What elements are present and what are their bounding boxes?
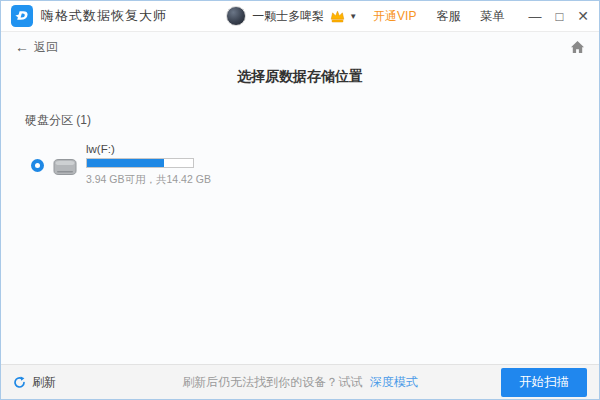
app-window: 嗨格式数据恢复大师 一颗士多啤梨 ▼ 开通VIP 客服 菜单 — □ ✕ ← 返… — [0, 0, 600, 400]
minimize-button[interactable]: — — [528, 10, 541, 23]
username[interactable]: 一颗士多啤梨 — [252, 8, 324, 25]
radio-selected-icon[interactable] — [31, 159, 44, 172]
drive-name: lw(F:) — [86, 143, 211, 155]
home-icon[interactable] — [570, 40, 585, 54]
back-label: 返回 — [34, 39, 58, 56]
back-arrow-icon: ← — [15, 39, 29, 55]
user-avatar[interactable] — [226, 6, 246, 26]
vip-button[interactable]: 开通VIP — [373, 8, 416, 25]
page-title: 选择原数据存储位置 — [1, 68, 599, 86]
drive-capacity: 3.94 GB可用，共14.42 GB — [86, 173, 211, 187]
drive-usage-bar — [86, 158, 194, 168]
close-button[interactable]: ✕ — [577, 9, 589, 23]
refresh-icon — [13, 376, 26, 389]
hard-drive-icon — [51, 156, 79, 178]
support-button[interactable]: 客服 — [436, 8, 460, 25]
drive-usage-fill — [87, 159, 164, 167]
deep-mode-link[interactable]: 深度模式 — [370, 375, 418, 389]
menu-button[interactable]: 菜单 — [480, 8, 504, 25]
footer-bar: 刷新 刷新后仍无法找到你的设备？试试 深度模式 开始扫描 — [1, 364, 599, 399]
partition-section-label: 硬盘分区 (1) — [25, 112, 599, 129]
drive-item[interactable]: lw(F:) 3.94 GB可用，共14.42 GB — [31, 143, 211, 187]
titlebar: 嗨格式数据恢复大师 一颗士多啤梨 ▼ 开通VIP 客服 菜单 — □ ✕ — [1, 1, 599, 32]
nav-row: ← 返回 — [1, 32, 599, 62]
footer-hint: 刷新后仍无法找到你的设备？试试 深度模式 — [182, 374, 417, 391]
app-logo-icon — [11, 5, 33, 27]
chevron-down-icon[interactable]: ▼ — [349, 12, 357, 21]
back-button[interactable]: ← 返回 — [15, 39, 58, 56]
drive-info: lw(F:) 3.94 GB可用，共14.42 GB — [86, 143, 211, 187]
maximize-button[interactable]: □ — [555, 10, 563, 23]
hint-text: 刷新后仍无法找到你的设备？试试 — [182, 375, 362, 389]
titlebar-right: 一颗士多啤梨 ▼ 开通VIP 客服 菜单 — □ ✕ — [226, 6, 589, 26]
crown-icon — [330, 10, 345, 23]
app-title: 嗨格式数据恢复大师 — [41, 7, 167, 25]
start-scan-button[interactable]: 开始扫描 — [501, 368, 587, 397]
refresh-button[interactable]: 刷新 — [13, 374, 56, 391]
refresh-label: 刷新 — [32, 374, 56, 391]
